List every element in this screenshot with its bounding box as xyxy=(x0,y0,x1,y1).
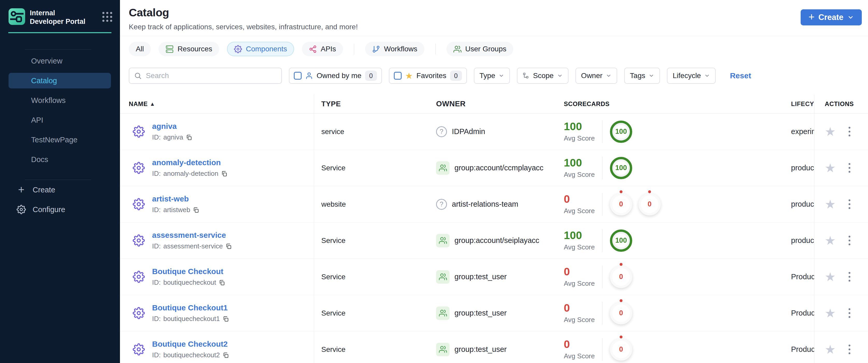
scorecard-circle: 0 xyxy=(610,302,632,324)
tab-components[interactable]: Components xyxy=(227,42,294,56)
row-menu-icon[interactable] xyxy=(847,161,852,174)
row-menu-icon[interactable] xyxy=(847,307,852,320)
unknown-owner-icon: ? xyxy=(436,126,447,137)
score-divider xyxy=(602,302,602,325)
entity-name-link[interactable]: agniva xyxy=(152,122,192,131)
reset-filters-link[interactable]: Reset xyxy=(730,71,751,80)
copy-icon[interactable] xyxy=(225,243,231,249)
lifecycle-value: production xyxy=(791,200,814,209)
favorites-filter: ★ Favorites 0 xyxy=(389,68,467,84)
entity-id-label: ID: xyxy=(152,206,161,214)
entity-id-label: ID: xyxy=(152,315,161,323)
table-body: agniva ID: agniva service ? IDPAdmin 100… xyxy=(120,114,868,363)
type-dropdown[interactable]: Type xyxy=(474,68,510,84)
score-divider xyxy=(602,157,602,179)
scorecard-circles: 0 xyxy=(610,338,632,361)
sidebar-item-workflows[interactable]: Workflows xyxy=(0,90,120,110)
owner-name: IDPAdmin xyxy=(452,127,485,136)
tab-workflows[interactable]: Workflows xyxy=(365,42,425,56)
avg-score-value: 0 xyxy=(564,194,602,205)
entity-name-link[interactable]: artist-web xyxy=(152,194,199,203)
apps-grid-icon[interactable] xyxy=(102,12,112,22)
table-row: Boutique Checkout ID: boutiquecheckout S… xyxy=(120,259,868,295)
tab-apis[interactable]: APIs xyxy=(302,42,343,56)
group-owner-icon xyxy=(436,161,450,175)
row-menu-icon[interactable] xyxy=(847,234,852,247)
sidebar-item-catalog[interactable]: Catalog xyxy=(8,73,111,88)
sidebar-create-button[interactable]: + Create xyxy=(0,180,120,200)
component-gear-icon xyxy=(133,234,145,247)
entity-id-value: boutiquecheckout1 xyxy=(163,315,220,323)
owner-name: group:account/ccmplayacc xyxy=(455,163,543,172)
entity-name-link[interactable]: assessment-service xyxy=(152,231,231,240)
row-menu-icon[interactable] xyxy=(847,198,852,211)
avg-score-label: Avg Score xyxy=(564,279,602,288)
component-gear-icon xyxy=(133,198,145,210)
entity-name-link[interactable]: Boutique Checkout2 xyxy=(152,340,229,349)
entity-id-value: artistweb xyxy=(163,206,190,214)
entity-id-value: anomaly-detection xyxy=(163,170,218,178)
table-row: agniva ID: agniva service ? IDPAdmin 100… xyxy=(120,114,868,150)
column-header-name[interactable]: NAME ▲ xyxy=(120,94,314,113)
owner-dropdown[interactable]: Owner xyxy=(576,68,617,84)
entity-type: service xyxy=(321,127,344,136)
avg-score-label: Avg Score xyxy=(564,171,602,179)
scope-dropdown[interactable]: Scope xyxy=(517,68,568,84)
tags-dropdown[interactable]: Tags xyxy=(624,68,660,84)
column-header-owner: OWNER xyxy=(434,94,564,113)
scorecard-circle: 100 xyxy=(610,121,632,143)
scorecard-circles: 100 xyxy=(610,157,632,179)
sidebar-item-docs[interactable]: Docs xyxy=(0,150,120,169)
chevron-down-icon xyxy=(847,14,854,21)
entity-name-link[interactable]: Boutique Checkout xyxy=(152,267,225,276)
copy-icon[interactable] xyxy=(193,207,199,213)
tab-all[interactable]: All xyxy=(129,42,151,56)
component-gear-icon xyxy=(133,125,145,138)
entity-name-link[interactable]: anomaly-detection xyxy=(152,158,227,167)
entity-name-link[interactable]: Boutique Checkout1 xyxy=(152,303,229,312)
row-menu-icon[interactable] xyxy=(847,270,852,283)
owned-by-me-label: Owned by me xyxy=(317,71,362,80)
owned-by-me-checkbox[interactable] xyxy=(294,72,302,80)
sidebar-item-api[interactable]: API xyxy=(0,110,120,130)
table-row: Boutique Checkout2 ID: boutiquecheckout2… xyxy=(120,331,868,363)
sidebar-configure-button[interactable]: Configure xyxy=(0,200,120,219)
favorite-star-icon[interactable]: ★ xyxy=(825,307,836,319)
copy-icon[interactable] xyxy=(186,134,192,141)
group-owner-icon xyxy=(436,343,450,356)
brand-underline xyxy=(8,32,112,33)
tab-resources[interactable]: Resources xyxy=(159,42,219,56)
entity-type: Service xyxy=(321,273,345,281)
favorite-star-icon[interactable]: ★ xyxy=(825,162,836,174)
sidebar-item-overview[interactable]: Overview xyxy=(0,51,120,71)
table-row: assessment-service ID: assessment-servic… xyxy=(120,222,868,259)
avg-score-value: 100 xyxy=(564,121,602,132)
copy-icon[interactable] xyxy=(223,352,229,358)
avg-score-label: Avg Score xyxy=(564,134,602,142)
favorite-star-icon[interactable]: ★ xyxy=(825,343,836,356)
group-owner-icon xyxy=(436,234,450,247)
plus-icon: + xyxy=(808,12,814,22)
lifecycle-value: Production xyxy=(791,345,814,354)
favorite-star-icon[interactable]: ★ xyxy=(825,198,836,210)
entity-id-label: ID: xyxy=(152,351,161,359)
lifecycle-dropdown[interactable]: Lifecycle xyxy=(667,68,716,84)
main-content: Catalog Keep track of applications, serv… xyxy=(120,0,868,363)
copy-icon[interactable] xyxy=(219,279,225,286)
row-menu-icon[interactable] xyxy=(847,343,852,356)
favorite-star-icon[interactable]: ★ xyxy=(825,234,836,247)
copy-icon[interactable] xyxy=(221,171,227,177)
scorecard-circle: 0 xyxy=(610,338,632,361)
table-row: anomaly-detection ID: anomaly-detection … xyxy=(120,150,868,186)
search-input[interactable] xyxy=(145,71,277,80)
tab-user-groups[interactable]: User Groups xyxy=(446,42,514,56)
create-button[interactable]: + Create xyxy=(801,9,862,25)
copy-icon[interactable] xyxy=(223,316,229,322)
favorites-checkbox[interactable] xyxy=(394,72,402,80)
sidebar-item-testnewpage[interactable]: TestNewPage xyxy=(0,130,120,150)
table-row: Boutique Checkout1 ID: boutiquecheckout1… xyxy=(120,295,868,331)
favorite-star-icon[interactable]: ★ xyxy=(825,271,836,283)
component-gear-icon xyxy=(133,343,145,356)
row-menu-icon[interactable] xyxy=(847,125,852,138)
favorite-star-icon[interactable]: ★ xyxy=(825,125,836,138)
